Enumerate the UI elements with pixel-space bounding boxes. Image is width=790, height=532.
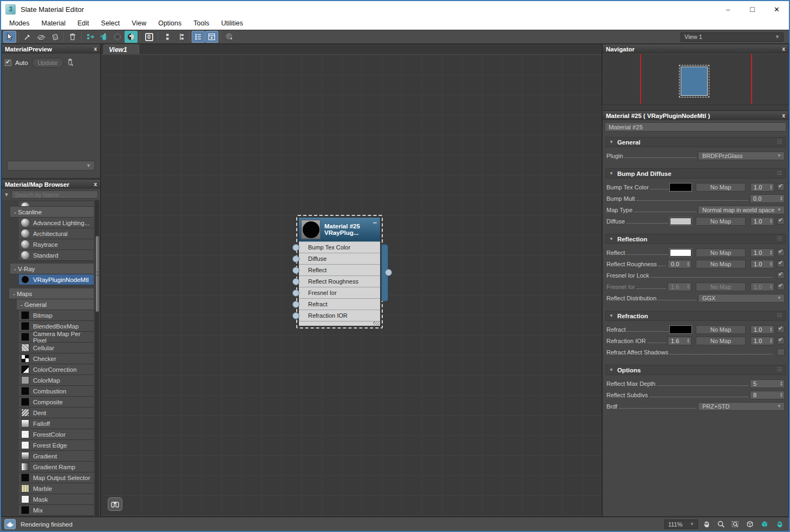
spinner-arrows-icon[interactable] bbox=[769, 185, 773, 190]
spinner-arrows-icon[interactable] bbox=[769, 219, 773, 224]
input-connector[interactable] bbox=[292, 312, 299, 319]
put-material-to-scene-button[interactable] bbox=[35, 31, 48, 43]
group-scanline[interactable]: - Scanline bbox=[10, 207, 94, 218]
zoom-extents-selected-button[interactable] bbox=[758, 519, 771, 530]
menu-tools[interactable]: Tools bbox=[187, 17, 215, 29]
spinner-arrows-icon[interactable] bbox=[687, 261, 690, 267]
close-icon[interactable] bbox=[94, 181, 97, 187]
item-map-output-selector[interactable]: Map Output Selector bbox=[19, 472, 94, 483]
pan-to-selected-status-button[interactable] bbox=[773, 519, 786, 530]
parameter-editor-toggle-button[interactable] bbox=[205, 31, 218, 43]
bump-tex-color-map-button[interactable]: No Map bbox=[696, 183, 746, 192]
close-icon[interactable] bbox=[94, 46, 97, 52]
item-advanced-lighting[interactable]: Advanced Lighting... bbox=[19, 218, 94, 228]
plugin-dropdown[interactable]: BRDFPrzGlass▼ bbox=[698, 152, 785, 160]
show-numbers-button[interactable] bbox=[142, 31, 155, 43]
item-standard[interactable]: Standard bbox=[19, 250, 94, 261]
drag-grip-icon[interactable] bbox=[777, 313, 782, 318]
slot-fresnel-ior[interactable]: Fresnel Ior bbox=[299, 287, 380, 298]
view-selector-dropdown[interactable]: View 1 ▼ bbox=[681, 32, 784, 42]
reflect-roughness-amount-spinner[interactable]: 1.0 bbox=[750, 260, 774, 268]
hide-unused-nodeslots-button[interactable] bbox=[97, 31, 110, 43]
slot-bump-tex-color[interactable]: Bump Tex Color bbox=[299, 241, 380, 253]
refraction-ior-map-button[interactable]: No Map bbox=[696, 337, 746, 345]
close-icon[interactable] bbox=[782, 113, 785, 119]
zoom-tool-button[interactable] bbox=[714, 519, 727, 530]
item-dent[interactable]: Dent bbox=[19, 408, 94, 418]
layout-all-button[interactable] bbox=[174, 31, 187, 43]
input-connector[interactable] bbox=[292, 267, 299, 274]
rollout-general-header[interactable]: ▼General bbox=[605, 137, 786, 147]
diffuse-checkbox[interactable] bbox=[777, 218, 785, 225]
show-shaded-material-off-button[interactable] bbox=[111, 31, 124, 43]
item-raytrace[interactable]: Raytrace bbox=[19, 239, 94, 250]
minimize-button[interactable] bbox=[716, 1, 740, 17]
diffuse-amount-spinner[interactable]: 1.0 bbox=[750, 217, 774, 226]
input-connector[interactable] bbox=[292, 301, 299, 308]
input-connector[interactable] bbox=[292, 255, 299, 262]
item-bitmap[interactable]: Bitmap bbox=[19, 310, 94, 321]
select-tool-button[interactable] bbox=[3, 31, 16, 43]
move-children-button[interactable] bbox=[84, 31, 97, 43]
reflect-map-button[interactable]: No Map bbox=[696, 248, 746, 257]
bump-tex-color-checkbox[interactable] bbox=[777, 183, 785, 191]
zoom-region-button[interactable] bbox=[729, 519, 742, 530]
show-shaded-material-on-button[interactable] bbox=[125, 31, 138, 43]
collapse-icon[interactable] bbox=[373, 219, 377, 227]
item-combustion[interactable]: Combustion bbox=[19, 386, 94, 397]
spinner-arrows-icon[interactable] bbox=[780, 381, 783, 386]
tab-view1[interactable]: View1 bbox=[103, 44, 139, 54]
rollout-refraction-header[interactable]: ▼Refraction bbox=[605, 311, 786, 321]
item-composite[interactable]: Composite bbox=[19, 397, 94, 408]
menu-options[interactable]: Options bbox=[152, 17, 187, 29]
diffuse-map-button[interactable]: No Map bbox=[696, 217, 746, 226]
partial-list-item[interactable] bbox=[19, 201, 94, 207]
slot-reflect-roughness[interactable]: Reflect Roughness bbox=[299, 275, 380, 287]
node-canvas[interactable]: Material #25 VRayPlug... Bump Tex Color … bbox=[101, 55, 602, 516]
menu-edit[interactable]: Edit bbox=[71, 17, 95, 29]
navigator-minimap[interactable] bbox=[603, 54, 788, 104]
diffuse-swatch[interactable] bbox=[670, 218, 691, 225]
group-maps[interactable]: - Maps bbox=[9, 288, 94, 299]
item-mask[interactable]: Mask bbox=[19, 494, 94, 505]
close-icon[interactable] bbox=[782, 46, 785, 52]
map-type-dropdown[interactable]: Normal map in world space▼ bbox=[698, 206, 785, 214]
refract-checkbox[interactable] bbox=[777, 326, 785, 333]
assign-material-button[interactable] bbox=[48, 31, 61, 43]
auto-update-checkbox[interactable] bbox=[5, 60, 11, 66]
bump-tex-color-swatch[interactable] bbox=[670, 183, 691, 191]
brdf-dropdown[interactable]: PRZ+STD▼ bbox=[698, 402, 785, 411]
item-colormap[interactable]: ColorMap bbox=[19, 375, 94, 386]
parameter-editor-header[interactable]: Material #25 ( VRayPluginNodeMtl ) bbox=[603, 111, 788, 120]
item-marble[interactable]: Marble bbox=[19, 483, 94, 494]
slot-refract[interactable]: Refract bbox=[299, 298, 380, 310]
item-forest-edge[interactable]: Forest Edge bbox=[19, 440, 94, 451]
drag-grip-icon[interactable] bbox=[777, 140, 782, 145]
reflect-max-depth-spinner[interactable]: 5 bbox=[750, 379, 785, 388]
drag-grip-icon[interactable] bbox=[777, 237, 782, 241]
input-connector[interactable] bbox=[292, 290, 299, 297]
filter-dropdown-icon[interactable]: ▼ bbox=[4, 192, 9, 198]
browser-scrollbar[interactable] bbox=[95, 200, 99, 516]
spinner-arrows-icon[interactable] bbox=[769, 261, 773, 267]
render-status-button[interactable] bbox=[4, 519, 16, 529]
menu-view[interactable]: View bbox=[126, 17, 152, 29]
item-gradient-ramp[interactable]: Gradient Ramp bbox=[19, 462, 94, 472]
preview-object-dropdown[interactable]: ▼ bbox=[7, 161, 95, 170]
reflect-roughness-spinner[interactable]: 0.0 bbox=[668, 260, 691, 268]
navigator-node-rect[interactable] bbox=[681, 67, 708, 96]
item-gradient[interactable]: Gradient bbox=[19, 451, 94, 462]
item-cellular[interactable]: Cellular bbox=[19, 343, 94, 353]
browser-header[interactable]: Material/Map Browser bbox=[2, 180, 100, 189]
zoom-level-dropdown[interactable]: 111%▼ bbox=[664, 520, 698, 529]
reflect-checkbox[interactable] bbox=[777, 249, 785, 256]
refract-map-button[interactable]: No Map bbox=[696, 325, 746, 334]
reflect-swatch[interactable] bbox=[670, 249, 691, 257]
item-falloff[interactable]: Falloff bbox=[19, 418, 94, 429]
maximize-button[interactable] bbox=[740, 1, 765, 17]
group-general-maps[interactable]: - General bbox=[17, 299, 94, 310]
spinner-arrows-icon[interactable] bbox=[769, 250, 773, 255]
item-architectural[interactable]: Architectural bbox=[19, 228, 94, 239]
reflect-subdivs-spinner[interactable]: 8 bbox=[750, 391, 785, 399]
layout-children-button[interactable] bbox=[160, 31, 173, 43]
